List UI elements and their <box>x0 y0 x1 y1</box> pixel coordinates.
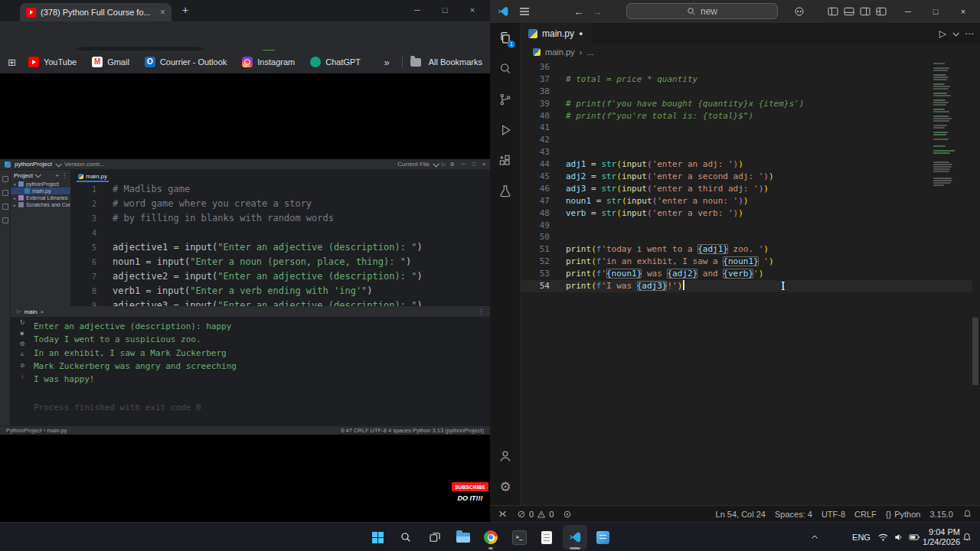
code-line[interactable]: 49 <box>521 220 972 232</box>
customize-layout-icon[interactable] <box>875 5 887 18</box>
bookmark-instagram[interactable]: Instagram <box>236 54 301 70</box>
command-center-search[interactable]: new <box>626 3 778 19</box>
terminal-icon[interactable] <box>507 525 531 549</box>
pycharm-run-icon[interactable]: ▷ <box>442 161 446 168</box>
code-line[interactable]: 48verb = str(input('enter a verb: ')) <box>521 207 972 220</box>
run-dropdown-chevron-icon[interactable] <box>952 30 959 36</box>
project-tree-item[interactable]: ▾pythonProject <box>11 181 70 187</box>
subscribe-overlay[interactable]: SUBSCRIBE DO IT!!! <box>452 482 488 502</box>
code-line[interactable]: 9adjective3 = input("Enter an adjective … <box>70 298 490 306</box>
code-line[interactable]: 37# total = price * quantity <box>521 73 972 86</box>
unsaved-dot-icon[interactable]: ● <box>579 30 583 37</box>
project-panel-title[interactable]: Project <box>14 172 33 179</box>
pycharm-editor[interactable]: main.py 1# Madlibs game2# word game wher… <box>70 170 490 306</box>
project-tree-item[interactable]: main.py <box>11 187 70 194</box>
code-line[interactable]: 51print(f'today i went to a {adj1} zoo. … <box>521 243 972 256</box>
pycharm-editor-tab[interactable]: main.py <box>77 170 109 182</box>
bookmark-chatgpt[interactable]: ChatGPT <box>304 54 367 70</box>
code-line[interactable]: 46adj3 = str(input('enter a third adj: '… <box>521 183 972 195</box>
toggle-secondary-sidebar-icon[interactable] <box>859 5 871 18</box>
vscode-maximize-button[interactable]: □ <box>922 0 949 23</box>
notepad-icon[interactable] <box>534 525 559 549</box>
code-line[interactable]: 40# print(f"you're total is: {total}$") <box>521 110 972 122</box>
account-icon[interactable] <box>490 441 521 471</box>
tab-main-py[interactable]: main.py ● <box>521 23 591 44</box>
console-tool-button[interactable]: ↻ <box>20 320 25 326</box>
console-tab-close-icon[interactable]: × <box>41 308 44 315</box>
problems-indicator[interactable]: 0 0 <box>517 510 554 519</box>
code-line[interactable]: 45adj2 = str(input('enter a second adj: … <box>521 171 972 183</box>
notification-center-bell-icon[interactable] <box>962 532 972 543</box>
bookmark-outlook[interactable]: Courrier - Outlook <box>139 54 233 70</box>
nav-back-icon[interactable]: ← <box>573 5 585 18</box>
subscribe-button[interactable]: SUBSCRIBE <box>452 482 488 491</box>
code-line[interactable]: 6noun1 = input("Enter a noun (person, pl… <box>70 255 490 269</box>
nav-forward-icon[interactable]: → <box>591 5 603 18</box>
console-tool-button[interactable]: ↓ <box>21 373 24 380</box>
pycharm-project-name[interactable]: pythonProject <box>15 161 52 168</box>
pycharm-run-config[interactable]: Current File <box>397 161 430 168</box>
code-line[interactable]: 4 <box>70 226 490 240</box>
breadcrumb-file[interactable]: main.py <box>545 47 575 57</box>
vscode-code-area[interactable]: 3637# total = price * quantity3839# prin… <box>521 61 972 292</box>
vscode-close-button[interactable]: × <box>949 0 977 23</box>
chrome-icon[interactable] <box>479 525 503 549</box>
testing-beaker-icon[interactable] <box>490 176 521 207</box>
code-line[interactable]: 41 <box>521 122 972 134</box>
code-line[interactable]: 5adjective1 = input("Enter an adjective … <box>70 240 490 255</box>
explorer-icon[interactable]: 1 <box>490 23 521 54</box>
tool-icon[interactable] <box>2 217 8 223</box>
tool-icon[interactable] <box>2 176 8 182</box>
browser-maximize-button[interactable]: □ <box>432 0 458 20</box>
bookmark-gmail[interactable]: Gmail <box>86 54 136 70</box>
browser-tab-youtube[interactable]: (378) Python Full Course fo... × <box>20 3 172 21</box>
run-debug-icon[interactable] <box>490 115 521 145</box>
breadcrumb-symbol[interactable]: ... <box>586 47 593 57</box>
search-icon[interactable] <box>490 54 521 84</box>
status-eol[interactable]: CRLF <box>854 510 877 519</box>
task-view-icon[interactable] <box>423 525 447 549</box>
status-indentation[interactable]: Spaces: 4 <box>775 510 812 519</box>
editor-more-actions-icon[interactable]: ⋯ <box>965 28 974 39</box>
code-line[interactable]: 47noun1 = str(input('enter a noun: ')) <box>521 195 972 207</box>
browser-minimize-button[interactable]: ─ <box>404 0 430 20</box>
status-encoding[interactable]: UTF-8 <box>822 510 845 519</box>
code-line[interactable]: 7adjective2 = input("Enter an adjective … <box>70 269 490 284</box>
code-line[interactable]: 52print(f'in an exhibit, I saw a {noun1}… <box>521 256 972 268</box>
apps-shortcut-icon[interactable]: ⊞ <box>8 57 16 68</box>
toggle-panel-icon[interactable] <box>843 5 855 18</box>
pycharm-close-icon[interactable]: × <box>482 161 485 167</box>
console-tab-label[interactable]: main <box>24 308 37 315</box>
bookmark-youtube[interactable]: YouTube <box>22 54 83 70</box>
code-line[interactable]: 43 <box>521 146 972 158</box>
pycharm-maximize-icon[interactable]: □ <box>472 161 475 167</box>
tool-icon[interactable] <box>2 204 8 210</box>
code-line[interactable]: 44adj1 = str(input('enter an adj: ')) <box>521 158 972 171</box>
language-indicator[interactable]: ENG <box>850 523 873 551</box>
project-tree-item[interactable]: ▸Scratches and Consoles <box>11 201 70 208</box>
tray-overflow-chevron-icon[interactable] <box>810 533 819 542</box>
console-tool-button[interactable]: ⚙ <box>19 341 24 347</box>
editor-scrollbar[interactable] <box>972 318 978 385</box>
notes-app-icon[interactable] <box>590 525 615 549</box>
code-line[interactable]: 8verb1 = input("Enter a verb ending with… <box>70 284 490 298</box>
minimap[interactable] <box>931 63 974 187</box>
vscode-minimize-button[interactable]: ─ <box>894 0 922 23</box>
notifications-bell-icon[interactable] <box>962 509 972 519</box>
status-language[interactable]: {} Python <box>886 510 921 519</box>
menu-hamburger-icon[interactable] <box>519 7 530 16</box>
console-tool-button[interactable]: ■ <box>21 331 24 337</box>
status-ports-icon[interactable] <box>563 510 572 519</box>
all-bookmarks-label[interactable]: All Bookmarks <box>429 57 482 67</box>
code-line[interactable]: 3# by filling in blanks with random word… <box>70 211 490 226</box>
code-line[interactable]: 50 <box>521 231 972 243</box>
console-tool-button[interactable]: ≡ <box>21 352 24 358</box>
new-tab-button[interactable]: + <box>182 4 188 16</box>
code-line[interactable]: 1# Madlibs game <box>70 182 490 197</box>
status-line-col[interactable]: Ln 54, Col 24 <box>716 510 766 519</box>
code-line[interactable]: 2# word game where you create a story <box>70 197 490 211</box>
pycharm-code-area[interactable]: 1# Madlibs game2# word game where you cr… <box>70 182 490 306</box>
taskbar-clock[interactable]: 9:04 PM 1/24/2026 <box>911 523 960 551</box>
toggle-sidebar-icon[interactable] <box>827 5 839 18</box>
copilot-icon[interactable] <box>793 5 805 18</box>
